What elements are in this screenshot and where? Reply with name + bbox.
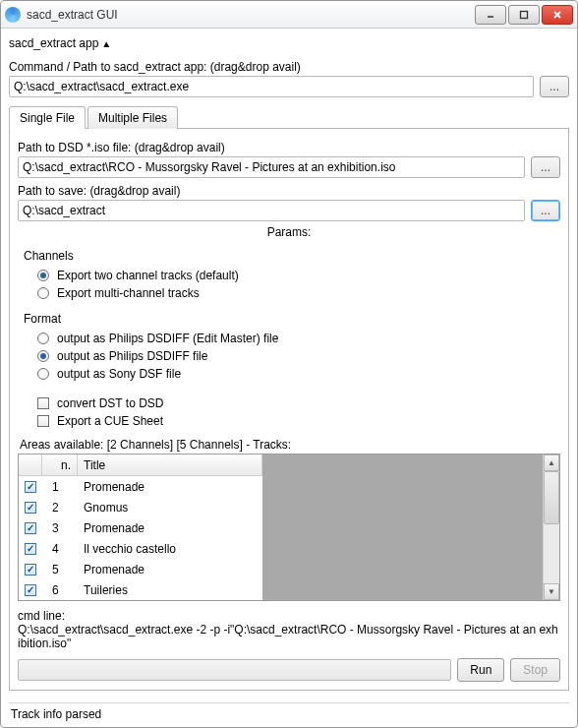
scroll-thumb[interactable] <box>544 471 559 524</box>
col-title[interactable]: Title <box>78 455 262 475</box>
row-title: Gnomus <box>78 501 262 515</box>
radio-dsf[interactable] <box>37 368 49 380</box>
save-path-input[interactable] <box>18 200 525 221</box>
radio-dsdiff-em-label: output as Philips DSDIFF (Edit Master) f… <box>57 332 278 345</box>
row-n: 2 <box>42 501 78 515</box>
channels-heading: Channels <box>24 249 560 263</box>
col-n[interactable]: n. <box>42 455 78 475</box>
radio-dsdiff-label: output as Philips DSDIFF file <box>57 349 207 363</box>
row-check[interactable] <box>25 584 36 596</box>
row-n: 1 <box>42 480 78 494</box>
radio-two-channel-label: Export two channel tracks (default) <box>57 269 239 282</box>
row-title: Promenade <box>78 521 262 535</box>
maximize-button[interactable] <box>508 5 540 25</box>
browse-command-button[interactable]: ... <box>540 76 569 97</box>
radio-multi-channel[interactable] <box>37 287 49 299</box>
window-title: sacd_extract GUI <box>27 8 475 22</box>
command-label: Command / Path to sacd_extract app: (dra… <box>9 60 569 74</box>
svg-rect-1 <box>521 11 528 18</box>
tab-bar: Single File Multiple Files <box>9 105 569 129</box>
table-row[interactable]: 6Tuileries <box>19 579 262 600</box>
minimize-button[interactable] <box>475 5 506 25</box>
check-dst-label: convert DST to DSD <box>57 396 163 410</box>
run-button[interactable]: Run <box>457 658 504 682</box>
row-check[interactable] <box>25 502 36 514</box>
tracks-table: n. Title 1Promenade2Gnomus3Promenade4Il … <box>18 454 560 601</box>
iso-path-input[interactable] <box>18 156 525 178</box>
scroll-down-icon[interactable]: ▼ <box>544 583 559 600</box>
scroll-up-icon[interactable]: ▲ <box>544 455 559 471</box>
command-path-input[interactable] <box>9 76 534 97</box>
format-heading: Format <box>24 312 560 326</box>
progress-bar <box>18 659 451 681</box>
row-title: Promenade <box>78 563 262 576</box>
radio-dsdiff[interactable] <box>37 350 49 362</box>
row-n: 6 <box>42 583 78 597</box>
table-row[interactable]: 3Promenade <box>19 517 262 538</box>
browse-iso-button[interactable]: ... <box>531 156 560 178</box>
stop-button: Stop <box>510 658 560 682</box>
check-cue[interactable] <box>37 415 49 427</box>
table-row[interactable]: 5Promenade <box>19 559 262 579</box>
iso-label: Path to DSD *.iso file: (drag&drop avail… <box>18 141 560 154</box>
row-title: Tuileries <box>78 583 262 597</box>
row-check[interactable] <box>25 481 36 493</box>
scrollbar[interactable]: ▲ ▼ <box>543 455 559 600</box>
table-row[interactable]: 2Gnomus <box>19 497 262 517</box>
row-n: 4 <box>42 542 78 556</box>
save-label: Path to save: (drag&drop avail) <box>18 184 560 198</box>
cmd-line-text: Q:\sacd_extract\sacd_extract.exe -2 -p -… <box>18 623 560 650</box>
check-dst[interactable] <box>37 397 49 409</box>
row-n: 5 <box>42 563 78 576</box>
tab-body-single: Path to DSD *.iso file: (drag&drop avail… <box>9 129 569 691</box>
radio-dsdiff-em[interactable] <box>37 333 49 344</box>
status-bar: Track info parsed <box>9 702 569 723</box>
row-title: Promenade <box>78 480 262 494</box>
row-title: Il vecchio castello <box>78 542 262 556</box>
radio-two-channel[interactable] <box>37 270 49 281</box>
row-n: 3 <box>42 521 78 535</box>
app-section-toggle[interactable]: sacd_extract app <box>9 34 569 54</box>
row-check[interactable] <box>25 543 36 555</box>
table-row[interactable]: 4Il vecchio castello <box>19 538 262 559</box>
tab-single-file[interactable]: Single File <box>9 106 86 129</box>
app-icon <box>5 7 21 23</box>
params-heading: Params: <box>18 221 560 241</box>
radio-dsf-label: output as Sony DSF file <box>57 367 181 381</box>
titlebar[interactable]: sacd_extract GUI <box>1 1 577 29</box>
tab-multiple-files[interactable]: Multiple Files <box>87 106 178 129</box>
row-check[interactable] <box>25 522 36 534</box>
areas-available-label: Areas available: [2 Channels] [5 Channel… <box>20 438 560 452</box>
col-check[interactable] <box>19 455 42 475</box>
browse-save-button[interactable]: ... <box>531 200 560 221</box>
row-check[interactable] <box>25 564 36 576</box>
radio-multi-channel-label: Export multi-channel tracks <box>57 286 200 300</box>
check-cue-label: Export a CUE Sheet <box>57 414 163 428</box>
cmd-line-label: cmd line: <box>18 609 560 623</box>
table-row[interactable]: 1Promenade <box>19 476 262 497</box>
table-header: n. Title <box>19 455 262 476</box>
close-button[interactable] <box>542 5 573 25</box>
